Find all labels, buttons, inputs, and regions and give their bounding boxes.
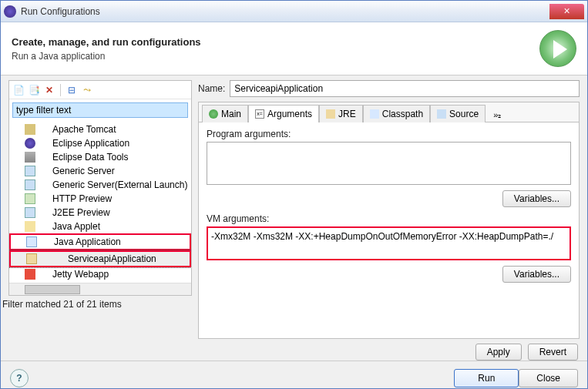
vm-args-variables-button[interactable]: Variables... [502,266,571,283]
tab-jre[interactable]: JRE [319,105,363,122]
tab-label: Classpath [382,109,423,119]
tab-icon [209,109,218,119]
run-hero-icon [539,30,576,67]
tree-item-icon [25,138,35,149]
header-subtitle: Run a Java application [12,51,201,62]
tab-label: Main [221,109,241,119]
tab-arguments[interactable]: x=Arguments [248,105,319,122]
arguments-tab-body: Program arguments: Variables... VM argum… [199,122,579,338]
tab-main[interactable]: Main [202,105,248,122]
tree-item-icon [26,236,37,247]
tree-filter-input[interactable] [12,102,188,118]
tab-source[interactable]: Source [430,105,486,122]
tree-item-label: Generic Server(External Launch) [52,179,187,190]
tab-icon [326,109,335,119]
tree-item-eclipse-data-tools[interactable]: Eclipse Data Tools [9,150,191,164]
vm-args-textarea[interactable]: -Xmx32M -Xms32M -XX:+HeapDumpOnOutOfMemo… [207,226,571,260]
tree-item-java-application[interactable]: ◢Java Application [9,233,191,250]
tree-item-label: Apache Tomcat [52,124,116,135]
filter-button[interactable]: ⤳ [81,84,93,96]
config-editor-pane: Name: Mainx=ArgumentsJREClasspathSource»… [198,80,580,360]
name-label: Name: [198,83,225,94]
name-input[interactable] [230,80,580,97]
tab-label: JRE [338,109,356,119]
window-title: Run Configurations [21,6,549,17]
collapse-all-button[interactable]: ⊟ [66,84,78,96]
tree-item-label: Eclipse Application [52,138,129,149]
tree-item-serviceapiapplication[interactable]: ServiceapiApplication [9,250,191,267]
tree-item-label: HTTP Preview [52,193,112,204]
config-tree-pane: 📄 📑 ✕ ⊟ ⤳ Apache TomcatEclipse Applicati… [8,80,192,296]
revert-button[interactable]: Revert [528,344,578,360]
program-args-variables-button[interactable]: Variables... [502,190,571,207]
tree-hscrollbar[interactable] [9,283,191,295]
tab-icon [370,109,379,119]
tree-item-j2ee-preview[interactable]: J2EE Preview [9,206,191,220]
tree-item-label: Generic Server [52,166,115,176]
titlebar: Run Configurations × [1,1,587,22]
duplicate-config-button[interactable]: 📑 [28,84,40,96]
vm-args-label: VM arguments: [207,213,571,224]
tree-item-generic-server[interactable]: Generic Server [9,164,191,178]
tree-item-icon [25,221,35,232]
tree-item-label: Java Applet [52,221,100,232]
tree-item-icon [25,269,35,280]
header-title: Create, manage, and run configurations [12,36,201,48]
tree-item-label: ServiceapiApplication [68,253,156,264]
tree-item-label: Java Application [54,236,121,247]
tab-label: Source [449,109,479,119]
tab-icon: x= [255,109,264,119]
tabs-panel: Mainx=ArgumentsJREClasspathSource»₂ Prog… [198,102,580,339]
tab-icon [437,109,446,119]
tree-item-java-applet[interactable]: Java Applet [9,220,191,233]
config-tree[interactable]: Apache TomcatEclipse ApplicationEclipse … [9,121,191,283]
tree-item-label: J2EE Preview [52,207,110,218]
tree-item-icon [25,166,35,176]
eclipse-icon [4,5,16,18]
tree-item-label: Eclipse Data Tools [52,152,129,163]
help-button[interactable]: ? [10,369,29,387]
close-button[interactable]: Close [519,369,578,387]
tree-item-icon [25,152,35,163]
program-args-textarea[interactable] [207,142,571,185]
dialog-header: Create, manage, and run configurations R… [1,22,587,75]
toolbar-divider [60,84,61,96]
window-close-button[interactable]: × [549,4,584,19]
dialog-footer: ? Run Close [1,360,587,389]
delete-config-button[interactable]: ✕ [43,84,55,96]
tree-item-http-preview[interactable]: HTTP Preview [9,192,191,206]
tabstrip: Mainx=ArgumentsJREClasspathSource»₂ [199,102,579,122]
tree-item-generic-server-external-launch-[interactable]: Generic Server(External Launch) [9,178,191,192]
filter-status: Filter matched 21 of 21 items [1,296,195,313]
tree-item-apache-tomcat[interactable]: Apache Tomcat [9,122,191,136]
tabs-overflow-button[interactable]: »₂ [489,109,506,122]
tree-item-jetty-webapp[interactable]: Jetty Webapp [9,267,191,281]
apply-button[interactable]: Apply [475,344,522,360]
tab-label: Arguments [267,109,312,119]
tree-item-eclipse-application[interactable]: Eclipse Application [9,136,191,150]
tree-item-icon [25,179,35,190]
program-args-label: Program arguments: [207,129,571,139]
tree-item-icon [25,193,35,204]
tree-item-icon [26,253,37,264]
tab-classpath[interactable]: Classpath [363,105,430,122]
tree-toolbar: 📄 📑 ✕ ⊟ ⤳ [9,81,191,99]
tree-item-icon [25,124,35,135]
tree-item-label: Jetty Webapp [52,269,109,280]
tree-item-icon [25,207,35,218]
run-button[interactable]: Run [454,369,519,387]
new-config-button[interactable]: 📄 [12,84,25,96]
